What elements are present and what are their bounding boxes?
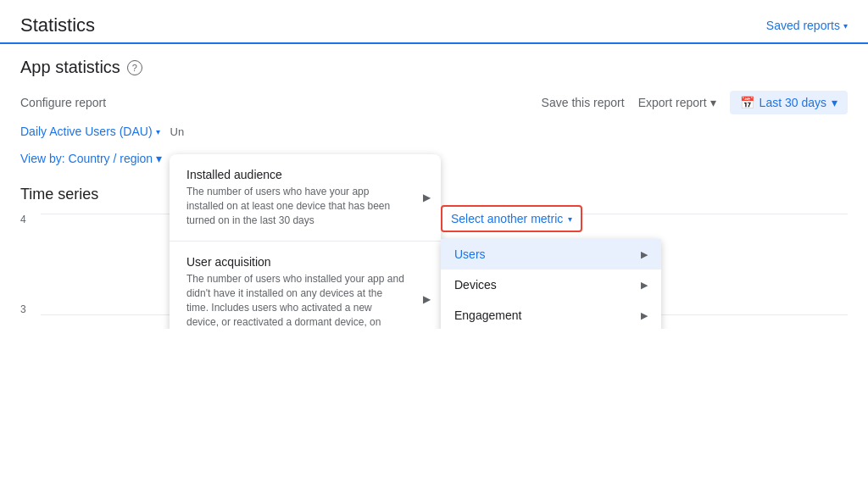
toolbar-right: Save this report Export report ▾ 📅 Last … xyxy=(542,91,848,114)
chevron-right-icon: ▶ xyxy=(423,293,431,305)
select-another-metric-button[interactable]: Select another metric ▾ xyxy=(441,205,582,232)
metric-acquisition-title: User acquisition xyxy=(186,255,407,269)
chevron-right-icon: ▶ xyxy=(641,310,648,321)
metric-item-label: Users xyxy=(454,247,486,261)
page-content: App statistics ? Configure report Save t… xyxy=(0,44,868,329)
save-report-link[interactable]: Save this report xyxy=(542,96,625,109)
view-by-label: View by: Country / region xyxy=(20,152,153,165)
app-statistics-header: App statistics ? xyxy=(20,58,848,77)
chevron-right-icon: ▶ xyxy=(423,192,431,203)
metric-panel-item-acquisition[interactable]: User acquisition The number of users who… xyxy=(170,242,441,329)
chevron-down-icon: ▾ xyxy=(156,152,162,165)
saved-reports-button[interactable]: Saved reports ▾ xyxy=(766,19,848,32)
metric-acquisition-desc: The number of users who installed your a… xyxy=(186,272,407,329)
metric-panel-item-installed[interactable]: Installed audience The number of users w… xyxy=(170,154,441,242)
metric-item-label: Engagement xyxy=(454,308,521,322)
chevron-right-icon: ▶ xyxy=(641,249,648,260)
saved-reports-label: Saved reports xyxy=(766,19,840,32)
select-metric-wrapper: Select another metric ▾ Users ▶ Devices … xyxy=(441,205,582,232)
export-report-button[interactable]: Export report ▾ xyxy=(638,96,716,109)
metric-item-label: Devices xyxy=(454,278,497,292)
metric-installed-desc: The number of users who have your app in… xyxy=(186,185,407,227)
select-metric-label: Select another metric xyxy=(451,212,563,225)
metric-submenu-item-users[interactable]: Users ▶ xyxy=(441,239,661,270)
chart-y-top: 4 xyxy=(20,214,26,225)
date-range-label: Last 30 days xyxy=(760,96,826,109)
date-range-button[interactable]: 📅 Last 30 days ▾ xyxy=(730,91,848,114)
metric-dropdown[interactable]: Daily Active Users (DAU) ▾ xyxy=(20,125,160,138)
metric-installed-title: Installed audience xyxy=(186,168,407,181)
calendar-icon: 📅 xyxy=(740,96,754,109)
configure-label: Configure report xyxy=(20,96,122,109)
top-bar: Statistics Saved reports ▾ xyxy=(0,0,868,44)
chevron-down-icon: ▾ xyxy=(568,214,572,224)
metric-panel: Installed audience The number of users w… xyxy=(170,154,441,329)
chevron-down-icon: ▾ xyxy=(710,96,716,109)
configure-row: Configure report Save this report Export… xyxy=(20,91,848,114)
chevron-down-icon: ▾ xyxy=(832,96,837,109)
metric-submenu: Users ▶ Devices ▶ Engagement ▶ Ratings ▶… xyxy=(441,239,661,329)
export-label: Export report xyxy=(638,96,707,109)
metric-submenu-item-engagement[interactable]: Engagement ▶ xyxy=(441,300,661,329)
page-title: Statistics xyxy=(20,14,95,36)
help-icon[interactable]: ? xyxy=(127,60,142,75)
view-by-dropdown[interactable]: View by: Country / region ▾ xyxy=(20,152,162,165)
chevron-down-icon: ▾ xyxy=(843,21,848,31)
vs-text: Un xyxy=(170,125,185,138)
app-statistics-title: App statistics xyxy=(20,58,120,77)
metric-row: Daily Active Users (DAU) ▾ Un xyxy=(20,125,848,138)
metric-label: Daily Active Users (DAU) xyxy=(20,125,153,138)
chevron-down-icon: ▾ xyxy=(156,127,160,136)
chevron-right-icon: ▶ xyxy=(641,280,648,291)
chart-y-bottom: 3 xyxy=(20,303,26,315)
metric-submenu-item-devices[interactable]: Devices ▶ xyxy=(441,270,661,300)
